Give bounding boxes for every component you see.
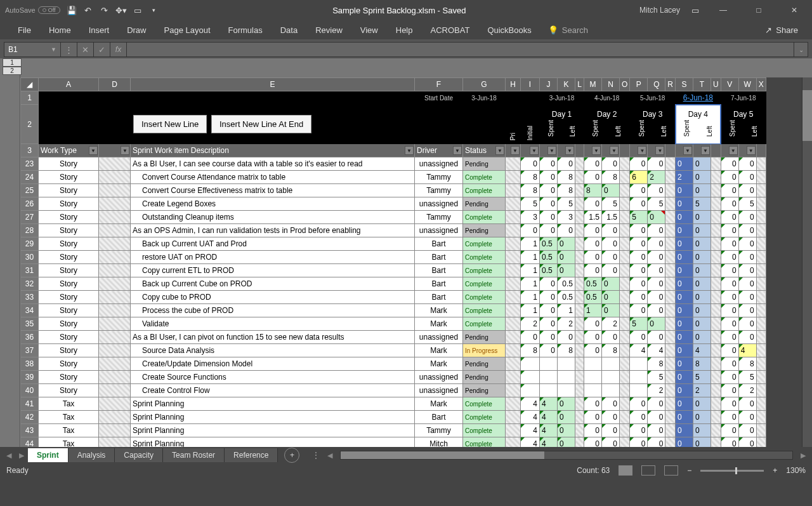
cell-initial[interactable]: 4 [521,397,540,411]
cell-status[interactable]: Pending [463,371,506,384]
cell-pri[interactable] [506,171,521,184]
zoom-level[interactable]: 130% [786,466,806,475]
maximize-button[interactable]: □ [746,1,771,19]
add-sheet-button[interactable]: + [284,448,299,463]
qat-customize-icon[interactable]: ▾ [149,5,159,15]
cell-spent[interactable]: 0 [540,184,558,197]
cell-status[interactable]: Complete [463,437,506,448]
cell-left[interactable]: 0 [648,277,665,291]
row-header-34[interactable]: 34 [21,304,39,317]
filter-dropdown-icon[interactable]: ▼ [565,146,574,155]
header-id[interactable]: ID▼ [99,144,131,157]
view-page-layout-icon[interactable] [641,465,655,476]
cell-left[interactable]: 0 [693,211,711,224]
cell-spent[interactable]: 0 [721,277,738,291]
cell-spent[interactable]: 0 [721,157,738,171]
cell-work-type[interactable]: Tax [39,437,99,448]
formula-expand-icon[interactable]: ⌄ [794,42,808,57]
cell-driver[interactable]: Mark [415,357,463,371]
cell-spent[interactable]: 0 [540,211,558,224]
col-header-W[interactable]: W [738,78,756,91]
cell-initial[interactable]: 1 [521,251,540,264]
cell-spent[interactable]: 0 [584,264,602,277]
cell-initial[interactable]: 3 [521,211,540,224]
cell-spent[interactable]: 0 [676,224,693,237]
cell-spent[interactable]: 0 [584,251,602,264]
cell-left[interactable]: 0 [558,437,575,448]
cell-description[interactable]: Convert Course Effectiveness matrix to t… [131,184,415,197]
cell-id[interactable] [99,344,131,357]
cell-left[interactable] [558,371,575,384]
cell-spent[interactable]: 0 [676,437,693,448]
row-header-3[interactable]: 3 [21,144,39,157]
cell-driver[interactable]: Mark [415,397,463,411]
cell-spent[interactable]: 0 [721,437,738,448]
cell-description[interactable]: Validate [131,317,415,331]
cell-left[interactable]: 0 [558,264,575,277]
cell-left[interactable]: 5 [738,197,756,211]
cell-driver[interactable]: Mark [415,304,463,317]
cell-spent[interactable]: 0 [584,317,602,331]
cell-spent[interactable]: 0 [540,157,558,171]
cell-spent[interactable] [630,384,648,397]
cell-spent[interactable]: 8 [584,184,602,197]
cell-work-type[interactable]: Story [39,251,99,264]
cell-left[interactable]: 2 [738,384,756,397]
cell-spent[interactable]: 0 [676,411,693,424]
col-header-S[interactable]: S [676,78,693,91]
cell-id[interactable] [99,357,131,371]
cell-pri[interactable] [506,357,521,371]
cell-spent[interactable]: 0 [676,251,693,264]
cell-description[interactable]: Create Control Flow [131,384,415,397]
cell-left[interactable]: 0 [738,304,756,317]
cell-left[interactable]: 0 [602,224,620,237]
cell-spent[interactable]: 0 [540,344,558,357]
cell-left[interactable]: 5 [693,197,711,211]
cell-status[interactable]: Complete [463,171,506,184]
cell-description[interactable]: Sprint Planning [131,424,415,437]
cell-pri[interactable] [506,277,521,291]
ribbon-tab-data[interactable]: Data [272,22,306,39]
col-header-A[interactable]: A [39,78,99,91]
cell-id[interactable] [99,224,131,237]
cell-spent[interactable]: 0 [676,344,693,357]
cell-left[interactable]: 8 [602,344,620,357]
minimize-button[interactable]: — [710,1,736,19]
row-header-33[interactable]: 33 [21,291,39,304]
col-header-Q[interactable]: Q [648,78,665,91]
spreadsheet-grid[interactable]: ◢ADEFGHIJKLMNOPQRSTUVWX 1Start Date3-Jun… [0,77,812,447]
zoom-out-button[interactable]: − [687,466,691,475]
cell-spent[interactable]: 0 [630,264,648,277]
cell-spent[interactable]: 0 [721,171,738,184]
cell-description[interactable]: Source Data Analysis [131,344,415,357]
cell-left[interactable]: 0 [558,424,575,437]
filter-dropdown-icon[interactable]: ▼ [683,146,692,155]
cell-left[interactable] [602,357,620,371]
cell-left[interactable]: 8 [558,171,575,184]
cell-spent[interactable]: 0 [540,317,558,331]
cell-spent[interactable]: 0.5 [540,264,558,277]
cell-driver[interactable]: Tammy [415,211,463,224]
accept-formula-icon[interactable]: ✓ [94,42,110,57]
filter-dropdown-icon[interactable]: ▼ [701,146,710,155]
cell-pri[interactable] [506,317,521,331]
cell-initial[interactable]: 0 [521,224,540,237]
cell-left[interactable]: 0 [602,291,620,304]
cell-spent[interactable] [540,371,558,384]
cell-left[interactable]: 0 [648,251,665,264]
cell-work-type[interactable]: Story [39,317,99,331]
row-header-26[interactable]: 26 [21,197,39,211]
cell-pri[interactable] [506,424,521,437]
col-header-U[interactable]: U [711,78,721,91]
cell-left[interactable] [558,357,575,371]
filter-dropdown-icon[interactable]: ▼ [747,146,756,155]
header-work-type[interactable]: Work Type▼ [39,144,99,157]
cell-description[interactable]: Sprint Planning [131,437,415,448]
cell-spent[interactable]: 0 [721,424,738,437]
cell-work-type[interactable]: Tax [39,411,99,424]
cell-driver[interactable]: Bart [415,251,463,264]
col-header-T[interactable]: T [693,78,711,91]
cell-pri[interactable] [506,184,521,197]
insert-new-line-button[interactable]: Insert New Line [133,115,207,133]
select-all-corner[interactable]: ◢ [21,78,39,91]
